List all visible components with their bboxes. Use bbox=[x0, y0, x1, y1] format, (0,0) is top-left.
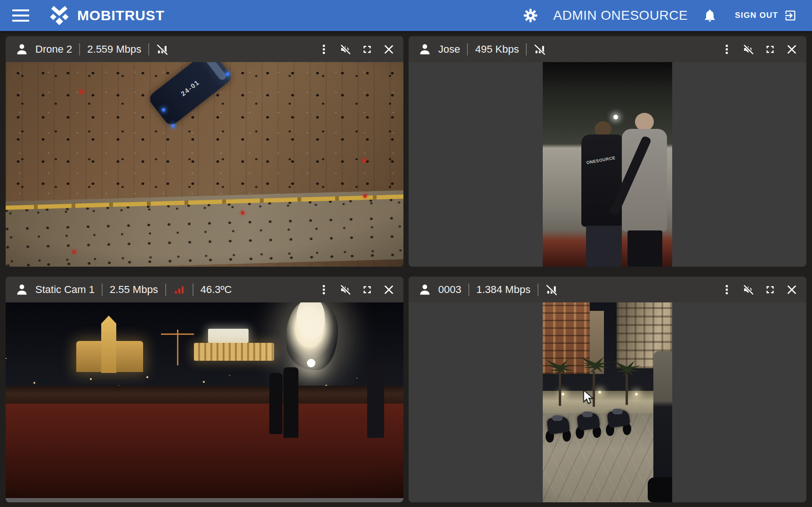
street-light bbox=[635, 393, 638, 396]
fullscreen-button[interactable] bbox=[761, 281, 779, 299]
palm-trunk bbox=[559, 373, 561, 406]
video-panel-0003: 0003 1.384 Mbps bbox=[409, 277, 806, 502]
mute-button[interactable] bbox=[337, 40, 354, 58]
crowd-red-marker bbox=[363, 194, 367, 198]
mute-button[interactable] bbox=[740, 281, 757, 299]
construction-crane bbox=[177, 330, 178, 365]
fullscreen-icon bbox=[361, 284, 373, 296]
mute-button[interactable] bbox=[740, 40, 757, 58]
portrait-video-frame bbox=[543, 302, 672, 502]
device-temperature: 46.3ºC bbox=[201, 284, 232, 296]
palm-trunk bbox=[626, 374, 628, 405]
more-options-button[interactable] bbox=[718, 281, 736, 299]
video-panel-staticcam1: Static Cam 1 2.55 Mbps 46.3ºC bbox=[6, 277, 403, 502]
fullscreen-button[interactable] bbox=[358, 281, 376, 299]
video-feed-staticcam1[interactable] bbox=[6, 302, 403, 498]
close-button[interactable] bbox=[380, 281, 398, 299]
illuminated-sculpture-detail bbox=[297, 302, 325, 339]
van-blue-light bbox=[171, 124, 175, 127]
aerial-plaza-frame: 24-01 bbox=[6, 62, 403, 267]
more-options-button[interactable] bbox=[315, 281, 333, 299]
crowd-red-marker bbox=[80, 90, 83, 94]
person-icon bbox=[418, 283, 432, 296]
van-windshield bbox=[204, 62, 228, 81]
video-feed-0003[interactable] bbox=[409, 302, 806, 502]
right-man-legs bbox=[627, 230, 662, 267]
kebab-icon bbox=[318, 284, 330, 296]
person-silhouette bbox=[283, 367, 298, 438]
settings-button[interactable] bbox=[520, 5, 541, 26]
fullscreen-button[interactable] bbox=[358, 40, 376, 58]
video-titlebar: Static Cam 1 2.55 Mbps 46.3ºC bbox=[6, 277, 403, 302]
close-button[interactable] bbox=[380, 40, 398, 58]
video-scrub-bar[interactable] bbox=[6, 498, 403, 502]
video-titlebar: 0003 1.384 Mbps bbox=[409, 277, 806, 302]
close-button[interactable] bbox=[783, 281, 801, 299]
mute-button[interactable] bbox=[337, 281, 354, 299]
no-signal-icon bbox=[156, 43, 169, 55]
divider bbox=[193, 284, 193, 296]
app-header: MOBITRUST ADMIN ONESOURCE bbox=[0, 0, 812, 31]
lit-plaza bbox=[543, 391, 672, 413]
volume-off-icon bbox=[339, 43, 352, 55]
brand-title: MOBITRUST bbox=[77, 8, 165, 24]
jacket-text: ONESOURCE bbox=[586, 154, 625, 165]
divider bbox=[468, 284, 469, 296]
divider bbox=[526, 43, 527, 55]
logged-in-user: ADMIN ONESOURCE bbox=[553, 8, 688, 23]
more-options-button[interactable] bbox=[718, 40, 736, 58]
van-blue-light bbox=[226, 72, 229, 76]
cream-building bbox=[617, 302, 672, 368]
fullscreen-button[interactable] bbox=[761, 40, 779, 58]
brand[interactable]: MOBITRUST bbox=[49, 6, 165, 25]
header-actions: ADMIN ONESOURCE SIGN OUT bbox=[520, 5, 800, 26]
stream-name: Static Cam 1 bbox=[35, 284, 95, 296]
palm-tree bbox=[613, 361, 641, 377]
distant-light bbox=[613, 115, 618, 119]
notifications-button[interactable] bbox=[700, 6, 720, 25]
stream-bitrate: 1.384 Mbps bbox=[476, 284, 531, 296]
police-van: 24-01 bbox=[147, 62, 233, 127]
mid-building bbox=[590, 311, 604, 374]
right-man-jacket bbox=[622, 129, 667, 231]
no-signal-icon bbox=[534, 43, 546, 55]
video-panel-drone2: Drone 2 2.559 Mbps 24-01 bbox=[6, 36, 403, 267]
kebab-icon bbox=[721, 284, 733, 296]
yellow-road-line bbox=[6, 194, 403, 210]
divider bbox=[467, 43, 468, 55]
left-man-legs bbox=[586, 226, 622, 267]
video-feed-jose[interactable]: ONESOURCE bbox=[409, 62, 806, 267]
palm-tree bbox=[547, 360, 574, 376]
palm-tree bbox=[580, 357, 611, 373]
close-icon bbox=[786, 284, 798, 296]
pavement bbox=[543, 413, 672, 502]
stream-bitrate: 2.559 Mbps bbox=[87, 43, 141, 55]
close-icon bbox=[786, 43, 798, 55]
two-officers-frame: ONESOURCE bbox=[543, 62, 672, 267]
volume-off-icon bbox=[742, 284, 755, 296]
volume-off-icon bbox=[742, 43, 755, 55]
kebab-icon bbox=[721, 43, 733, 55]
divider bbox=[538, 284, 539, 296]
pedestrian-silhouette bbox=[653, 351, 672, 497]
city-lights bbox=[6, 358, 7, 359]
crowd-red-marker bbox=[362, 159, 366, 162]
volume-off-icon bbox=[339, 284, 352, 296]
close-icon bbox=[383, 284, 395, 296]
person-icon bbox=[15, 283, 29, 296]
video-panel-jose: Jose 495 Kbps ONESOURCE bbox=[409, 36, 806, 267]
sign-out-label: SIGN OUT bbox=[735, 11, 778, 20]
video-grid: Drone 2 2.559 Mbps 24-01 bbox=[0, 31, 812, 507]
stream-name: Drone 2 bbox=[35, 43, 72, 55]
sign-out-button[interactable]: SIGN OUT bbox=[732, 8, 800, 23]
boot-silhouette bbox=[648, 477, 672, 502]
terrace-floor bbox=[6, 404, 403, 498]
fullscreen-icon bbox=[764, 43, 776, 55]
video-feed-drone2[interactable]: 24-01 bbox=[6, 62, 403, 267]
hamburger-menu-button[interactable] bbox=[12, 9, 29, 22]
right-man-head bbox=[635, 113, 654, 131]
cathedral-body bbox=[76, 341, 143, 372]
mobitrust-logo-icon bbox=[49, 6, 70, 25]
more-options-button[interactable] bbox=[315, 40, 333, 58]
close-button[interactable] bbox=[783, 40, 801, 58]
